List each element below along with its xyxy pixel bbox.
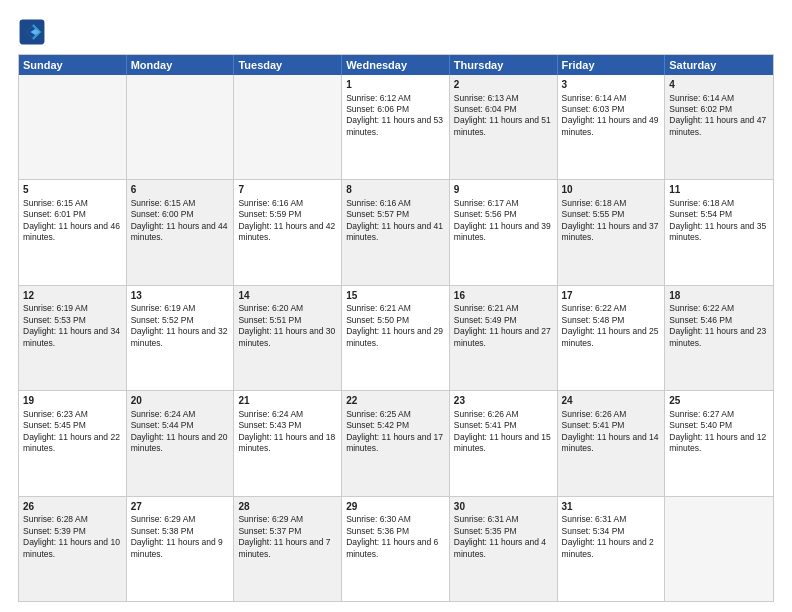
calendar-cell-12: 12Sunrise: 6:19 AM Sunset: 5:53 PM Dayli… (19, 286, 127, 390)
day-info: Sunrise: 6:14 AM Sunset: 6:02 PM Dayligh… (669, 93, 769, 139)
calendar-cell-22: 22Sunrise: 6:25 AM Sunset: 5:42 PM Dayli… (342, 391, 450, 495)
calendar-cell-7: 7Sunrise: 6:16 AM Sunset: 5:59 PM Daylig… (234, 180, 342, 284)
calendar-body: 1Sunrise: 6:12 AM Sunset: 6:06 PM Daylig… (19, 75, 773, 601)
day-number: 18 (669, 289, 769, 303)
day-info: Sunrise: 6:26 AM Sunset: 5:41 PM Dayligh… (454, 409, 553, 455)
calendar-cell-23: 23Sunrise: 6:26 AM Sunset: 5:41 PM Dayli… (450, 391, 558, 495)
day-number: 1 (346, 78, 445, 92)
calendar-cell-18: 18Sunrise: 6:22 AM Sunset: 5:46 PM Dayli… (665, 286, 773, 390)
day-header-monday: Monday (127, 55, 235, 75)
day-info: Sunrise: 6:24 AM Sunset: 5:43 PM Dayligh… (238, 409, 337, 455)
calendar-cell-16: 16Sunrise: 6:21 AM Sunset: 5:49 PM Dayli… (450, 286, 558, 390)
calendar-cell-31: 31Sunrise: 6:31 AM Sunset: 5:34 PM Dayli… (558, 497, 666, 601)
calendar-header: SundayMondayTuesdayWednesdayThursdayFrid… (19, 55, 773, 75)
calendar-cell-2: 2Sunrise: 6:13 AM Sunset: 6:04 PM Daylig… (450, 75, 558, 179)
calendar-row: 19Sunrise: 6:23 AM Sunset: 5:45 PM Dayli… (19, 391, 773, 496)
day-number: 14 (238, 289, 337, 303)
calendar-cell-17: 17Sunrise: 6:22 AM Sunset: 5:48 PM Dayli… (558, 286, 666, 390)
day-header-sunday: Sunday (19, 55, 127, 75)
calendar-row: 1Sunrise: 6:12 AM Sunset: 6:06 PM Daylig… (19, 75, 773, 180)
page: SundayMondayTuesdayWednesdayThursdayFrid… (0, 0, 792, 612)
day-number: 11 (669, 183, 769, 197)
day-header-saturday: Saturday (665, 55, 773, 75)
day-info: Sunrise: 6:14 AM Sunset: 6:03 PM Dayligh… (562, 93, 661, 139)
calendar-cell-24: 24Sunrise: 6:26 AM Sunset: 5:41 PM Dayli… (558, 391, 666, 495)
day-number: 5 (23, 183, 122, 197)
calendar-cell-28: 28Sunrise: 6:29 AM Sunset: 5:37 PM Dayli… (234, 497, 342, 601)
calendar-cell-13: 13Sunrise: 6:19 AM Sunset: 5:52 PM Dayli… (127, 286, 235, 390)
day-info: Sunrise: 6:16 AM Sunset: 5:57 PM Dayligh… (346, 198, 445, 244)
day-number: 28 (238, 500, 337, 514)
calendar: SundayMondayTuesdayWednesdayThursdayFrid… (18, 54, 774, 602)
calendar-cell-3: 3Sunrise: 6:14 AM Sunset: 6:03 PM Daylig… (558, 75, 666, 179)
day-info: Sunrise: 6:22 AM Sunset: 5:48 PM Dayligh… (562, 303, 661, 349)
calendar-cell-27: 27Sunrise: 6:29 AM Sunset: 5:38 PM Dayli… (127, 497, 235, 601)
day-info: Sunrise: 6:18 AM Sunset: 5:54 PM Dayligh… (669, 198, 769, 244)
day-info: Sunrise: 6:17 AM Sunset: 5:56 PM Dayligh… (454, 198, 553, 244)
day-info: Sunrise: 6:29 AM Sunset: 5:37 PM Dayligh… (238, 514, 337, 560)
day-number: 15 (346, 289, 445, 303)
day-info: Sunrise: 6:19 AM Sunset: 5:52 PM Dayligh… (131, 303, 230, 349)
calendar-cell-30: 30Sunrise: 6:31 AM Sunset: 5:35 PM Dayli… (450, 497, 558, 601)
day-number: 20 (131, 394, 230, 408)
day-number: 17 (562, 289, 661, 303)
calendar-cell-10: 10Sunrise: 6:18 AM Sunset: 5:55 PM Dayli… (558, 180, 666, 284)
logo (18, 18, 50, 46)
day-info: Sunrise: 6:22 AM Sunset: 5:46 PM Dayligh… (669, 303, 769, 349)
day-info: Sunrise: 6:31 AM Sunset: 5:34 PM Dayligh… (562, 514, 661, 560)
calendar-cell-11: 11Sunrise: 6:18 AM Sunset: 5:54 PM Dayli… (665, 180, 773, 284)
day-number: 21 (238, 394, 337, 408)
day-number: 6 (131, 183, 230, 197)
day-info: Sunrise: 6:24 AM Sunset: 5:44 PM Dayligh… (131, 409, 230, 455)
calendar-cell-26: 26Sunrise: 6:28 AM Sunset: 5:39 PM Dayli… (19, 497, 127, 601)
day-number: 12 (23, 289, 122, 303)
calendar-cell-8: 8Sunrise: 6:16 AM Sunset: 5:57 PM Daylig… (342, 180, 450, 284)
calendar-cell-21: 21Sunrise: 6:24 AM Sunset: 5:43 PM Dayli… (234, 391, 342, 495)
calendar-cell-9: 9Sunrise: 6:17 AM Sunset: 5:56 PM Daylig… (450, 180, 558, 284)
day-header-thursday: Thursday (450, 55, 558, 75)
day-number: 16 (454, 289, 553, 303)
day-number: 19 (23, 394, 122, 408)
calendar-cell-25: 25Sunrise: 6:27 AM Sunset: 5:40 PM Dayli… (665, 391, 773, 495)
calendar-cell-5: 5Sunrise: 6:15 AM Sunset: 6:01 PM Daylig… (19, 180, 127, 284)
calendar-cell-14: 14Sunrise: 6:20 AM Sunset: 5:51 PM Dayli… (234, 286, 342, 390)
day-info: Sunrise: 6:25 AM Sunset: 5:42 PM Dayligh… (346, 409, 445, 455)
calendar-row: 5Sunrise: 6:15 AM Sunset: 6:01 PM Daylig… (19, 180, 773, 285)
calendar-cell-20: 20Sunrise: 6:24 AM Sunset: 5:44 PM Dayli… (127, 391, 235, 495)
calendar-cell-empty (19, 75, 127, 179)
calendar-cell-6: 6Sunrise: 6:15 AM Sunset: 6:00 PM Daylig… (127, 180, 235, 284)
day-number: 4 (669, 78, 769, 92)
day-number: 13 (131, 289, 230, 303)
calendar-cell-15: 15Sunrise: 6:21 AM Sunset: 5:50 PM Dayli… (342, 286, 450, 390)
calendar-cell-empty (665, 497, 773, 601)
day-number: 22 (346, 394, 445, 408)
day-info: Sunrise: 6:27 AM Sunset: 5:40 PM Dayligh… (669, 409, 769, 455)
day-number: 29 (346, 500, 445, 514)
day-info: Sunrise: 6:30 AM Sunset: 5:36 PM Dayligh… (346, 514, 445, 560)
day-info: Sunrise: 6:15 AM Sunset: 6:00 PM Dayligh… (131, 198, 230, 244)
day-number: 8 (346, 183, 445, 197)
day-info: Sunrise: 6:28 AM Sunset: 5:39 PM Dayligh… (23, 514, 122, 560)
day-info: Sunrise: 6:29 AM Sunset: 5:38 PM Dayligh… (131, 514, 230, 560)
calendar-cell-4: 4Sunrise: 6:14 AM Sunset: 6:02 PM Daylig… (665, 75, 773, 179)
day-info: Sunrise: 6:12 AM Sunset: 6:06 PM Dayligh… (346, 93, 445, 139)
day-number: 27 (131, 500, 230, 514)
day-number: 24 (562, 394, 661, 408)
day-number: 23 (454, 394, 553, 408)
day-info: Sunrise: 6:19 AM Sunset: 5:53 PM Dayligh… (23, 303, 122, 349)
day-info: Sunrise: 6:21 AM Sunset: 5:50 PM Dayligh… (346, 303, 445, 349)
day-info: Sunrise: 6:15 AM Sunset: 6:01 PM Dayligh… (23, 198, 122, 244)
day-number: 30 (454, 500, 553, 514)
day-header-friday: Friday (558, 55, 666, 75)
day-number: 10 (562, 183, 661, 197)
day-number: 25 (669, 394, 769, 408)
calendar-cell-empty (127, 75, 235, 179)
day-info: Sunrise: 6:16 AM Sunset: 5:59 PM Dayligh… (238, 198, 337, 244)
day-info: Sunrise: 6:18 AM Sunset: 5:55 PM Dayligh… (562, 198, 661, 244)
day-number: 26 (23, 500, 122, 514)
day-info: Sunrise: 6:26 AM Sunset: 5:41 PM Dayligh… (562, 409, 661, 455)
day-info: Sunrise: 6:13 AM Sunset: 6:04 PM Dayligh… (454, 93, 553, 139)
calendar-row: 12Sunrise: 6:19 AM Sunset: 5:53 PM Dayli… (19, 286, 773, 391)
day-header-tuesday: Tuesday (234, 55, 342, 75)
day-number: 31 (562, 500, 661, 514)
